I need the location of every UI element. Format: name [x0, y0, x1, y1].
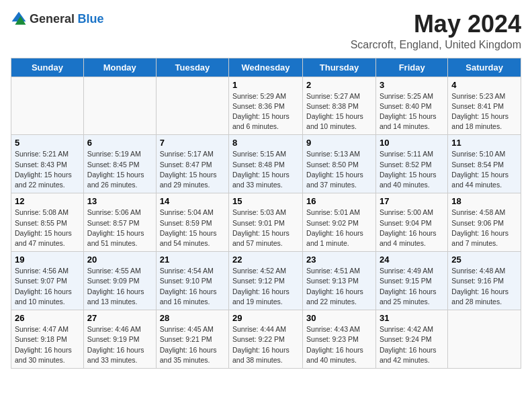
day-info: Sunrise: 4:56 AMSunset: 9:07 PMDaylight:… [15, 266, 80, 307]
day-number: 12 [15, 196, 80, 206]
day-number: 3 [380, 80, 444, 90]
day-info: Sunrise: 4:44 AMSunset: 9:22 PMDaylight:… [232, 324, 299, 365]
calendar-cell: 2Sunrise: 5:27 AMSunset: 8:38 PMDaylight… [303, 77, 376, 135]
day-of-week-header: Tuesday [156, 58, 228, 77]
day-number: 8 [232, 138, 299, 148]
calendar-cell [448, 310, 521, 369]
day-number: 5 [15, 138, 80, 148]
calendar-cell: 9Sunrise: 5:13 AMSunset: 8:50 PMDaylight… [303, 135, 376, 193]
day-number: 27 [87, 313, 152, 323]
header: General Blue May 2024 Scarcroft, England… [11, 11, 521, 51]
day-info: Sunrise: 5:15 AMSunset: 8:48 PMDaylight:… [232, 149, 299, 190]
calendar-cell: 12Sunrise: 5:08 AMSunset: 8:55 PMDayligh… [11, 193, 84, 252]
day-number: 1 [232, 80, 299, 90]
day-number: 2 [306, 80, 372, 90]
calendar-cell: 29Sunrise: 4:44 AMSunset: 9:22 PMDayligh… [229, 310, 303, 369]
calendar-week-row: 1Sunrise: 5:29 AMSunset: 8:36 PMDaylight… [11, 77, 521, 135]
calendar-cell: 8Sunrise: 5:15 AMSunset: 8:48 PMDaylight… [229, 135, 303, 193]
day-number: 13 [87, 196, 152, 206]
day-number: 20 [87, 255, 152, 265]
day-info: Sunrise: 4:46 AMSunset: 9:19 PMDaylight:… [87, 324, 152, 365]
calendar-week-row: 5Sunrise: 5:21 AMSunset: 8:43 PMDaylight… [11, 135, 521, 193]
day-info: Sunrise: 5:06 AMSunset: 8:57 PMDaylight:… [87, 208, 152, 248]
calendar-cell: 6Sunrise: 5:19 AMSunset: 8:45 PMDaylight… [83, 135, 156, 193]
day-number: 21 [160, 255, 225, 265]
title-area: May 2024 Scarcroft, England, United King… [351, 11, 521, 51]
day-number: 17 [380, 196, 444, 206]
calendar-cell: 15Sunrise: 5:03 AMSunset: 9:01 PMDayligh… [229, 193, 303, 252]
day-info: Sunrise: 5:21 AMSunset: 8:43 PMDaylight:… [15, 149, 80, 190]
calendar-week-row: 26Sunrise: 4:47 AMSunset: 9:18 PMDayligh… [11, 310, 521, 369]
day-of-week-header: Thursday [303, 58, 376, 77]
day-info: Sunrise: 5:10 AMSunset: 8:54 PMDaylight:… [451, 149, 517, 190]
day-number: 18 [451, 196, 517, 206]
calendar-cell: 23Sunrise: 4:51 AMSunset: 9:13 PMDayligh… [303, 252, 376, 310]
day-number: 7 [160, 138, 225, 148]
calendar-cell: 5Sunrise: 5:21 AMSunset: 8:43 PMDaylight… [11, 135, 84, 193]
day-number: 22 [232, 255, 299, 265]
day-info: Sunrise: 5:03 AMSunset: 9:01 PMDaylight:… [232, 208, 299, 248]
day-number: 24 [380, 255, 444, 265]
calendar-cell: 19Sunrise: 4:56 AMSunset: 9:07 PMDayligh… [11, 252, 84, 310]
day-info: Sunrise: 4:43 AMSunset: 9:23 PMDaylight:… [306, 324, 372, 365]
day-info: Sunrise: 5:19 AMSunset: 8:45 PMDaylight:… [87, 149, 152, 190]
day-info: Sunrise: 5:25 AMSunset: 8:40 PMDaylight:… [380, 91, 444, 132]
calendar-cell: 18Sunrise: 4:58 AMSunset: 9:06 PMDayligh… [448, 193, 521, 252]
day-info: Sunrise: 5:29 AMSunset: 8:36 PMDaylight:… [232, 91, 299, 132]
calendar-cell: 1Sunrise: 5:29 AMSunset: 8:36 PMDaylight… [229, 77, 303, 135]
calendar-cell: 27Sunrise: 4:46 AMSunset: 9:19 PMDayligh… [83, 310, 156, 369]
day-of-week-header: Friday [375, 58, 447, 77]
calendar-week-row: 12Sunrise: 5:08 AMSunset: 8:55 PMDayligh… [11, 193, 521, 252]
calendar-cell: 25Sunrise: 4:48 AMSunset: 9:16 PMDayligh… [448, 252, 521, 310]
day-number: 15 [232, 196, 299, 206]
calendar-cell: 30Sunrise: 4:43 AMSunset: 9:23 PMDayligh… [303, 310, 376, 369]
day-of-week-header: Sunday [11, 58, 84, 77]
day-info: Sunrise: 5:17 AMSunset: 8:47 PMDaylight:… [160, 149, 225, 190]
main-title: May 2024 [351, 11, 521, 38]
calendar-cell: 21Sunrise: 4:54 AMSunset: 9:10 PMDayligh… [156, 252, 228, 310]
subtitle: Scarcroft, England, United Kingdom [351, 39, 521, 51]
calendar-week-row: 19Sunrise: 4:56 AMSunset: 9:07 PMDayligh… [11, 252, 521, 310]
day-info: Sunrise: 4:45 AMSunset: 9:21 PMDaylight:… [160, 324, 225, 365]
calendar-cell: 31Sunrise: 4:42 AMSunset: 9:24 PMDayligh… [375, 310, 447, 369]
day-number: 29 [232, 313, 299, 323]
day-number: 14 [160, 196, 225, 206]
day-info: Sunrise: 4:52 AMSunset: 9:12 PMDaylight:… [232, 266, 299, 307]
day-number: 4 [451, 80, 517, 90]
day-info: Sunrise: 5:11 AMSunset: 8:52 PMDaylight:… [380, 149, 444, 190]
logo: General Blue [11, 11, 104, 27]
day-info: Sunrise: 4:42 AMSunset: 9:24 PMDaylight:… [380, 324, 444, 365]
day-number: 31 [380, 313, 444, 323]
day-number: 10 [380, 138, 444, 148]
day-info: Sunrise: 4:51 AMSunset: 9:13 PMDaylight:… [306, 266, 372, 307]
calendar-header-row: SundayMondayTuesdayWednesdayThursdayFrid… [11, 58, 521, 77]
day-number: 30 [306, 313, 372, 323]
day-info: Sunrise: 4:47 AMSunset: 9:18 PMDaylight:… [15, 324, 80, 365]
day-of-week-header: Monday [83, 58, 156, 77]
day-number: 19 [15, 255, 80, 265]
day-of-week-header: Wednesday [229, 58, 303, 77]
calendar-cell [83, 77, 156, 135]
logo-icon [11, 11, 27, 27]
calendar-cell: 26Sunrise: 4:47 AMSunset: 9:18 PMDayligh… [11, 310, 84, 369]
calendar-cell: 10Sunrise: 5:11 AMSunset: 8:52 PMDayligh… [375, 135, 447, 193]
day-info: Sunrise: 5:01 AMSunset: 9:02 PMDaylight:… [306, 208, 372, 248]
calendar-cell [11, 77, 84, 135]
calendar-cell: 20Sunrise: 4:55 AMSunset: 9:09 PMDayligh… [83, 252, 156, 310]
day-info: Sunrise: 5:04 AMSunset: 8:59 PMDaylight:… [160, 208, 225, 248]
day-number: 23 [306, 255, 372, 265]
calendar-cell: 17Sunrise: 5:00 AMSunset: 9:04 PMDayligh… [375, 193, 447, 252]
calendar-cell: 13Sunrise: 5:06 AMSunset: 8:57 PMDayligh… [83, 193, 156, 252]
calendar-cell: 24Sunrise: 4:49 AMSunset: 9:15 PMDayligh… [375, 252, 447, 310]
day-of-week-header: Saturday [448, 58, 521, 77]
calendar-cell: 28Sunrise: 4:45 AMSunset: 9:21 PMDayligh… [156, 310, 228, 369]
calendar-cell [156, 77, 228, 135]
day-number: 28 [160, 313, 225, 323]
calendar-cell: 14Sunrise: 5:04 AMSunset: 8:59 PMDayligh… [156, 193, 228, 252]
day-number: 6 [87, 138, 152, 148]
calendar-cell: 7Sunrise: 5:17 AMSunset: 8:47 PMDaylight… [156, 135, 228, 193]
day-info: Sunrise: 5:00 AMSunset: 9:04 PMDaylight:… [380, 208, 444, 248]
day-number: 26 [15, 313, 80, 323]
day-info: Sunrise: 5:08 AMSunset: 8:55 PMDaylight:… [15, 208, 80, 248]
day-number: 9 [306, 138, 372, 148]
